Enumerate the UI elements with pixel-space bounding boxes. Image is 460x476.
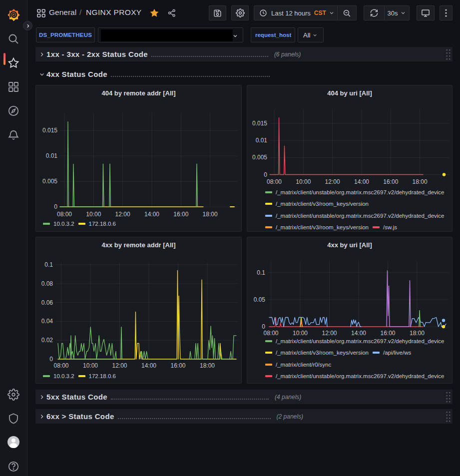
svg-text:12:00: 12:00 <box>112 362 127 369</box>
svg-text:16:00: 16:00 <box>383 178 398 185</box>
svg-text:0.06: 0.06 <box>41 299 53 306</box>
svg-text:0.08: 0.08 <box>41 280 53 287</box>
svg-text:0.01: 0.01 <box>46 152 58 159</box>
svg-text:12:00: 12:00 <box>325 178 340 185</box>
svg-text:10:00: 10:00 <box>296 178 311 185</box>
svg-text:16:00: 16:00 <box>173 211 188 218</box>
svg-text:18:00: 18:00 <box>413 178 428 185</box>
svg-text:0.1: 0.1 <box>44 261 53 268</box>
svg-text:0.015: 0.015 <box>42 127 57 134</box>
svg-text:16:00: 16:00 <box>170 362 185 369</box>
svg-text:0.1: 0.1 <box>257 269 265 276</box>
svg-text:14:00: 14:00 <box>141 362 156 369</box>
svg-text:14:00: 14:00 <box>354 178 369 185</box>
svg-text:0: 0 <box>54 203 57 210</box>
svg-text:18:00: 18:00 <box>203 211 218 218</box>
svg-text:0: 0 <box>49 356 53 363</box>
svg-text:0.015: 0.015 <box>252 120 267 127</box>
svg-text:0.005: 0.005 <box>42 178 57 185</box>
svg-text:12:00: 12:00 <box>115 211 130 218</box>
svg-text:10:00: 10:00 <box>86 211 101 218</box>
svg-text:08:00: 08:00 <box>53 362 68 369</box>
svg-text:08:00: 08:00 <box>57 211 72 218</box>
svg-text:18:00: 18:00 <box>200 362 215 369</box>
svg-text:0.01: 0.01 <box>256 137 268 144</box>
svg-text:14:00: 14:00 <box>144 211 159 218</box>
svg-text:0.05: 0.05 <box>254 296 266 303</box>
svg-text:0.02: 0.02 <box>41 337 53 344</box>
svg-text:10:00: 10:00 <box>83 362 98 369</box>
svg-text:0.005: 0.005 <box>252 154 267 161</box>
svg-text:08:00: 08:00 <box>267 178 282 185</box>
svg-text:0: 0 <box>264 171 267 178</box>
svg-text:0.04: 0.04 <box>41 318 53 325</box>
